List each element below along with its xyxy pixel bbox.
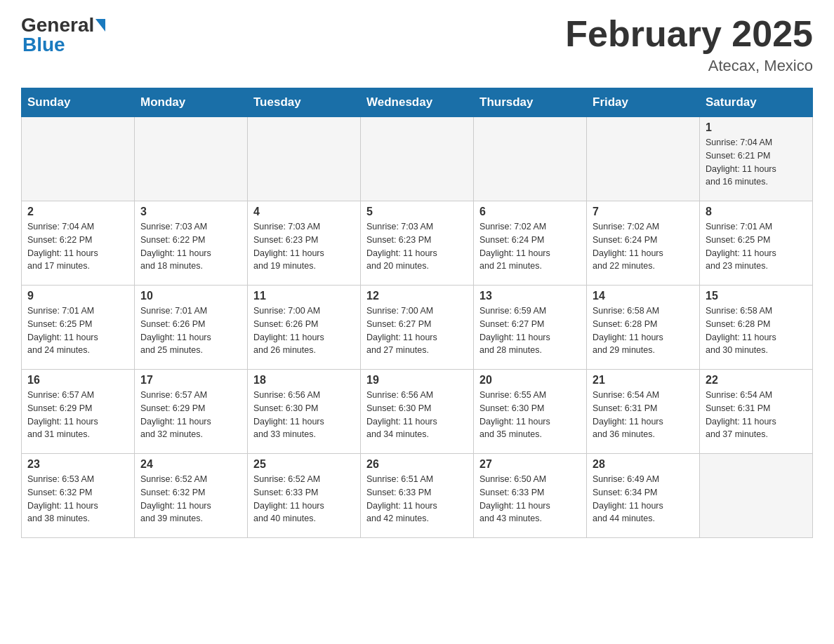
logo-arrow-icon xyxy=(95,19,105,32)
day-number: 11 xyxy=(253,290,355,302)
day-number: 28 xyxy=(593,458,694,471)
day-number: 23 xyxy=(27,458,128,471)
calendar-cell: 5Sunrise: 7:03 AM Sunset: 6:23 PM Daylig… xyxy=(361,201,474,286)
day-info: Sunrise: 7:02 AM Sunset: 6:24 PM Dayligh… xyxy=(593,220,694,273)
calendar-cell: 14Sunrise: 6:58 AM Sunset: 6:28 PM Dayli… xyxy=(587,286,700,370)
day-info: Sunrise: 7:00 AM Sunset: 6:26 PM Dayligh… xyxy=(253,304,355,357)
day-info: Sunrise: 7:04 AM Sunset: 6:22 PM Dayligh… xyxy=(27,220,128,273)
day-number: 16 xyxy=(27,374,128,387)
day-info: Sunrise: 6:59 AM Sunset: 6:27 PM Dayligh… xyxy=(479,304,581,357)
calendar-cell xyxy=(361,117,474,201)
calendar-cell: 1Sunrise: 7:04 AM Sunset: 6:21 PM Daylig… xyxy=(700,117,813,201)
day-info: Sunrise: 6:51 AM Sunset: 6:33 PM Dayligh… xyxy=(366,473,468,525)
day-number: 9 xyxy=(27,290,128,302)
calendar-cell: 21Sunrise: 6:54 AM Sunset: 6:31 PM Dayli… xyxy=(587,370,700,454)
calendar-cell: 26Sunrise: 6:51 AM Sunset: 6:33 PM Dayli… xyxy=(361,454,474,538)
calendar-cell: 7Sunrise: 7:02 AM Sunset: 6:24 PM Daylig… xyxy=(587,201,700,286)
calendar-cell: 8Sunrise: 7:01 AM Sunset: 6:25 PM Daylig… xyxy=(700,201,813,286)
logo-blue-text: Blue xyxy=(21,34,65,56)
day-info: Sunrise: 6:58 AM Sunset: 6:28 PM Dayligh… xyxy=(706,304,807,357)
day-info: Sunrise: 7:03 AM Sunset: 6:23 PM Dayligh… xyxy=(253,220,355,273)
logo: General Blue xyxy=(21,14,107,56)
calendar-cell xyxy=(700,454,813,538)
day-info: Sunrise: 6:54 AM Sunset: 6:31 PM Dayligh… xyxy=(706,389,807,441)
day-info: Sunrise: 6:57 AM Sunset: 6:29 PM Dayligh… xyxy=(27,389,128,441)
day-number: 26 xyxy=(366,458,468,471)
header-friday: Friday xyxy=(587,88,700,117)
day-number: 17 xyxy=(140,374,241,387)
calendar-cell: 18Sunrise: 6:56 AM Sunset: 6:30 PM Dayli… xyxy=(248,370,361,454)
calendar-cell: 28Sunrise: 6:49 AM Sunset: 6:34 PM Dayli… xyxy=(587,454,700,538)
calendar-cell: 22Sunrise: 6:54 AM Sunset: 6:31 PM Dayli… xyxy=(700,370,813,454)
calendar-cell: 3Sunrise: 7:03 AM Sunset: 6:22 PM Daylig… xyxy=(135,201,248,286)
calendar-cell: 2Sunrise: 7:04 AM Sunset: 6:22 PM Daylig… xyxy=(22,201,135,286)
day-info: Sunrise: 6:55 AM Sunset: 6:30 PM Dayligh… xyxy=(479,389,581,441)
day-info: Sunrise: 7:01 AM Sunset: 6:25 PM Dayligh… xyxy=(27,304,128,357)
day-info: Sunrise: 6:54 AM Sunset: 6:31 PM Dayligh… xyxy=(593,389,694,441)
calendar-cell: 12Sunrise: 7:00 AM Sunset: 6:27 PM Dayli… xyxy=(361,286,474,370)
day-number: 25 xyxy=(253,458,355,471)
calendar-cell xyxy=(135,117,248,201)
day-number: 27 xyxy=(479,458,581,471)
day-number: 13 xyxy=(479,290,581,302)
calendar-table: Sunday Monday Tuesday Wednesday Thursday… xyxy=(21,88,813,538)
calendar-cell: 6Sunrise: 7:02 AM Sunset: 6:24 PM Daylig… xyxy=(474,201,587,286)
calendar-week-row: 23Sunrise: 6:53 AM Sunset: 6:32 PM Dayli… xyxy=(22,454,813,538)
day-number: 3 xyxy=(140,206,241,218)
day-number: 21 xyxy=(593,374,694,387)
calendar-cell: 17Sunrise: 6:57 AM Sunset: 6:29 PM Dayli… xyxy=(135,370,248,454)
calendar-subtitle: Atecax, Mexico xyxy=(565,57,813,75)
day-info: Sunrise: 6:56 AM Sunset: 6:30 PM Dayligh… xyxy=(366,389,468,441)
header-wednesday: Wednesday xyxy=(361,88,474,117)
day-info: Sunrise: 6:56 AM Sunset: 6:30 PM Dayligh… xyxy=(253,389,355,441)
calendar-week-row: 16Sunrise: 6:57 AM Sunset: 6:29 PM Dayli… xyxy=(22,370,813,454)
calendar-cell: 24Sunrise: 6:52 AM Sunset: 6:32 PM Dayli… xyxy=(135,454,248,538)
day-info: Sunrise: 7:03 AM Sunset: 6:23 PM Dayligh… xyxy=(366,220,468,273)
header-tuesday: Tuesday xyxy=(248,88,361,117)
day-number: 2 xyxy=(27,206,128,218)
day-number: 22 xyxy=(706,374,807,387)
day-info: Sunrise: 7:03 AM Sunset: 6:22 PM Dayligh… xyxy=(140,220,241,273)
day-info: Sunrise: 7:02 AM Sunset: 6:24 PM Dayligh… xyxy=(479,220,581,273)
calendar-cell: 9Sunrise: 7:01 AM Sunset: 6:25 PM Daylig… xyxy=(22,286,135,370)
day-info: Sunrise: 6:49 AM Sunset: 6:34 PM Dayligh… xyxy=(593,473,694,525)
day-number: 10 xyxy=(140,290,241,302)
day-number: 8 xyxy=(706,206,807,218)
calendar-cell xyxy=(587,117,700,201)
calendar-week-row: 2Sunrise: 7:04 AM Sunset: 6:22 PM Daylig… xyxy=(22,201,813,286)
day-number: 18 xyxy=(253,374,355,387)
day-info: Sunrise: 7:01 AM Sunset: 6:25 PM Dayligh… xyxy=(706,220,807,273)
title-block: February 2025 Atecax, Mexico xyxy=(565,14,813,75)
day-info: Sunrise: 7:01 AM Sunset: 6:26 PM Dayligh… xyxy=(140,304,241,357)
calendar-cell: 16Sunrise: 6:57 AM Sunset: 6:29 PM Dayli… xyxy=(22,370,135,454)
calendar-cell: 23Sunrise: 6:53 AM Sunset: 6:32 PM Dayli… xyxy=(22,454,135,538)
day-number: 4 xyxy=(253,206,355,218)
calendar-week-row: 1Sunrise: 7:04 AM Sunset: 6:21 PM Daylig… xyxy=(22,117,813,201)
calendar-cell: 15Sunrise: 6:58 AM Sunset: 6:28 PM Dayli… xyxy=(700,286,813,370)
day-info: Sunrise: 7:00 AM Sunset: 6:27 PM Dayligh… xyxy=(366,304,468,357)
calendar-cell: 13Sunrise: 6:59 AM Sunset: 6:27 PM Dayli… xyxy=(474,286,587,370)
day-info: Sunrise: 6:52 AM Sunset: 6:33 PM Dayligh… xyxy=(253,473,355,525)
day-info: Sunrise: 6:53 AM Sunset: 6:32 PM Dayligh… xyxy=(27,473,128,525)
header-saturday: Saturday xyxy=(700,88,813,117)
calendar-cell: 4Sunrise: 7:03 AM Sunset: 6:23 PM Daylig… xyxy=(248,201,361,286)
page-header: General Blue February 2025 Atecax, Mexic… xyxy=(21,14,813,75)
calendar-cell xyxy=(22,117,135,201)
day-number: 24 xyxy=(140,458,241,471)
header-thursday: Thursday xyxy=(474,88,587,117)
day-info: Sunrise: 7:04 AM Sunset: 6:21 PM Dayligh… xyxy=(706,136,807,189)
calendar-cell: 10Sunrise: 7:01 AM Sunset: 6:26 PM Dayli… xyxy=(135,286,248,370)
day-info: Sunrise: 6:58 AM Sunset: 6:28 PM Dayligh… xyxy=(593,304,694,357)
day-number: 6 xyxy=(479,206,581,218)
weekday-header-row: Sunday Monday Tuesday Wednesday Thursday… xyxy=(22,88,813,117)
day-number: 14 xyxy=(593,290,694,302)
header-monday: Monday xyxy=(135,88,248,117)
day-number: 15 xyxy=(706,290,807,302)
day-number: 20 xyxy=(479,374,581,387)
calendar-cell xyxy=(248,117,361,201)
day-number: 7 xyxy=(593,206,694,218)
day-number: 5 xyxy=(366,206,468,218)
calendar-cell: 19Sunrise: 6:56 AM Sunset: 6:30 PM Dayli… xyxy=(361,370,474,454)
calendar-cell: 20Sunrise: 6:55 AM Sunset: 6:30 PM Dayli… xyxy=(474,370,587,454)
day-number: 12 xyxy=(366,290,468,302)
